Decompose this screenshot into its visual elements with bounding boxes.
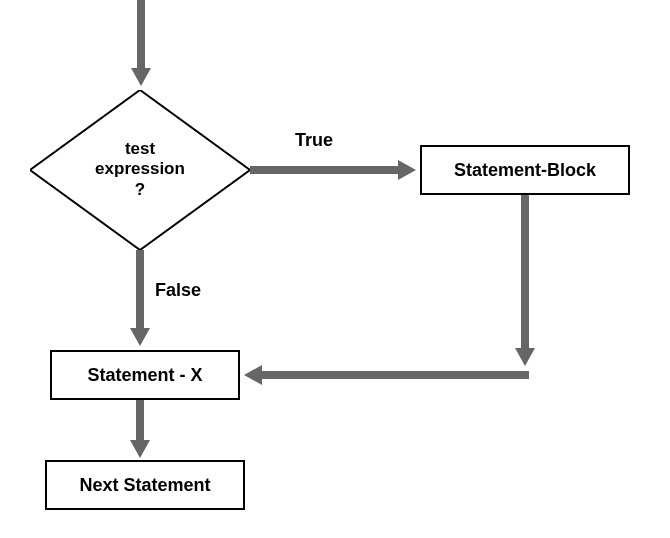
false-label: False [155,280,201,301]
decision-line3: ? [95,180,185,200]
entry-arrow-line [137,0,145,70]
to-next-arrow-head [130,440,150,458]
true-arrow-line [250,166,400,174]
statement-block-node: Statement-Block [420,145,630,195]
flowchart-canvas: test expression ? True Statement-Block F… [0,0,670,538]
block-down-arrow-head [515,348,535,366]
next-statement-node: Next Statement [45,460,245,510]
decision-text: test expression ? [95,139,185,200]
true-arrow-head [398,160,416,180]
statement-block-text: Statement-Block [454,160,596,181]
decision-line2: expression [95,160,185,180]
next-statement-text: Next Statement [79,475,210,496]
decision-node: test expression ? [30,90,250,250]
true-label: True [295,130,333,151]
block-down-arrow-line [521,195,529,350]
entry-arrow-head [131,68,151,86]
statement-x-text: Statement - X [87,365,202,386]
merge-arrow-head [244,365,262,385]
decision-line1: test [95,139,185,159]
merge-horizontal-line [260,371,529,379]
false-arrow-head [130,328,150,346]
to-next-arrow-line [136,400,144,442]
false-arrow-line [136,250,144,330]
statement-x-node: Statement - X [50,350,240,400]
